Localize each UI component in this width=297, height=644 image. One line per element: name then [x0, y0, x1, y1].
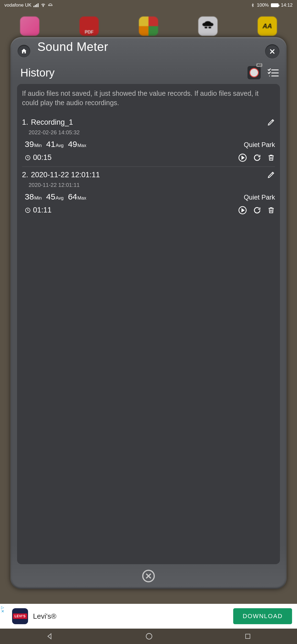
history-item: 2. 2020-11-22 12:01:11 2020-11-22 12:01:…: [22, 167, 198, 219]
sound-meter-dialog: Sound Meter History AD If audio files no…: [10, 37, 198, 429]
item-name: Recording_1: [31, 118, 198, 127]
info-note: If audio files not saved, it just showed…: [22, 89, 198, 108]
svg-point-0: [43, 6, 43, 7]
item-duration: 01:11: [25, 206, 198, 214]
clock-icon: [25, 155, 31, 161]
history-item: 1. Recording_1 2022-02-26 14:05:32 39Min…: [22, 114, 198, 167]
panel-title: History: [18, 67, 198, 79]
carrier-label: vodafone UK: [4, 2, 31, 8]
home-button[interactable]: [18, 45, 30, 58]
app-title: Sound Meter: [37, 40, 108, 53]
stat-avg: 45Avg: [46, 192, 64, 201]
status-bar: vodafone UK 100% 14:12: [0, 0, 198, 10]
cell-signal-icon: [34, 3, 38, 7]
item-timestamp: 2022-02-26 14:05:32: [29, 129, 198, 136]
stat-max: 64Max: [68, 192, 86, 201]
item-timestamp: 2020-11-22 12:01:11: [29, 182, 198, 188]
wifi-icon: [41, 3, 46, 8]
home-icon: [21, 48, 27, 54]
dashboard-icon: [48, 3, 53, 8]
stat-min: 38Min: [25, 192, 42, 201]
history-list: If audio files not saved, it just showed…: [17, 84, 198, 429]
item-ordinal: 1.: [22, 118, 28, 127]
stat-avg: 41Avg: [46, 140, 64, 149]
clock-icon: [25, 207, 31, 213]
item-name: 2020-11-22 12:01:11: [31, 171, 198, 179]
stat-min: 39Min: [25, 140, 42, 149]
item-duration: 00:15: [25, 153, 198, 162]
stat-max: 49Max: [68, 140, 86, 149]
item-ordinal: 2.: [22, 171, 28, 179]
